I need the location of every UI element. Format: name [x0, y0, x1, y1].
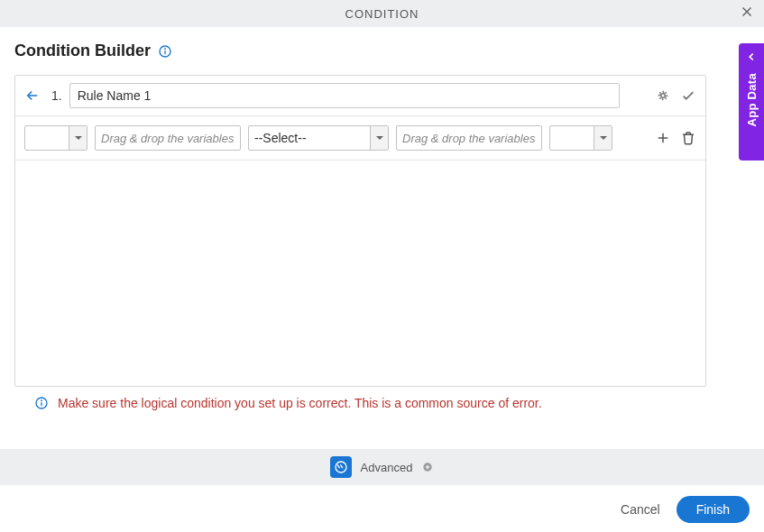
left-variable-drop[interactable]: Drag & drop the variables [95, 125, 241, 151]
rule-number: 1. [51, 88, 62, 103]
chevron-left-icon [745, 50, 758, 66]
rule-name-input[interactable] [69, 83, 620, 108]
right-connector-select[interactable] [549, 125, 612, 151]
footer-actions: Cancel Finish [621, 496, 750, 523]
warning-row: Make sure the logical condition you set … [14, 387, 750, 419]
advanced-badge-icon[interactable] [330, 456, 352, 478]
modal-title: CONDITION [345, 7, 419, 21]
svg-point-6 [41, 400, 42, 401]
preview-icon[interactable] [655, 87, 671, 104]
svg-point-7 [336, 462, 346, 472]
advanced-bar: Advanced [0, 449, 764, 485]
svg-point-2 [165, 49, 166, 50]
rule-header: 1. [15, 76, 705, 116]
page-title-row: Condition Builder [14, 41, 750, 60]
warning-text: Make sure the logical condition you set … [58, 396, 542, 410]
advanced-label: Advanced [361, 461, 413, 474]
modal-header: CONDITION [0, 0, 764, 27]
condition-row: Drag & drop the variables --Select-- Dra… [15, 116, 705, 161]
caret-down-icon [370, 126, 388, 150]
drop-placeholder: Drag & drop the variables [101, 132, 234, 145]
builder-panel: 1. Drag & drop the variables --Select-- [14, 75, 706, 387]
app-data-panel-tab[interactable]: App Data [739, 43, 764, 161]
page-title: Condition Builder [14, 41, 151, 60]
delete-row-icon[interactable] [680, 130, 696, 146]
finish-button[interactable]: Finish [677, 496, 750, 523]
info-icon[interactable] [158, 44, 172, 59]
cancel-button[interactable]: Cancel [621, 502, 660, 517]
side-tab-label: App Data [745, 73, 759, 126]
close-icon[interactable] [739, 4, 755, 23]
right-variable-drop[interactable]: Drag & drop the variables [396, 125, 542, 151]
caret-down-icon [69, 126, 87, 150]
checkmark-icon[interactable] [680, 87, 696, 104]
add-row-icon[interactable] [655, 130, 671, 146]
info-icon [34, 396, 49, 410]
back-arrow-icon[interactable] [24, 87, 41, 104]
svg-point-3 [661, 94, 666, 98]
operator-select[interactable]: --Select-- [248, 125, 389, 151]
plus-circle-icon[interactable] [421, 461, 434, 473]
drop-placeholder: Drag & drop the variables [402, 132, 535, 145]
caret-down-icon [594, 126, 612, 150]
condition-canvas[interactable] [15, 161, 705, 386]
operator-value: --Select-- [249, 126, 370, 150]
left-connector-select[interactable] [24, 125, 87, 151]
